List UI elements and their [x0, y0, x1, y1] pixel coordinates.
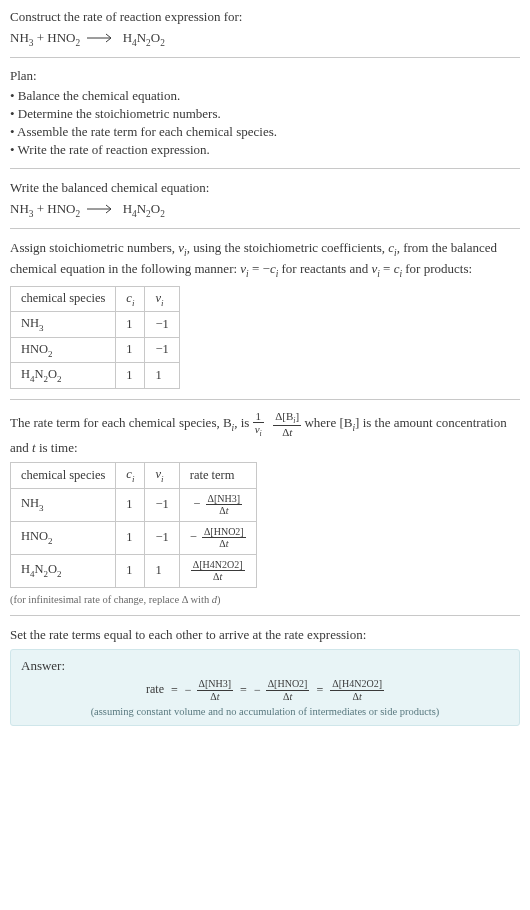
divider: [10, 57, 520, 58]
sub: 2: [75, 208, 80, 218]
cell-rate: − Δ[NH3] Δt: [179, 488, 256, 521]
cell-ci: 1: [116, 337, 145, 363]
cell-nui: −1: [145, 312, 179, 338]
text: where [B: [304, 415, 352, 430]
divider: [10, 399, 520, 400]
cell-species: HNO2: [11, 521, 116, 554]
sp: N: [35, 367, 44, 381]
col-species: chemical species: [11, 286, 116, 312]
cell-ci: 1: [116, 554, 145, 587]
text: , is: [234, 415, 252, 430]
num: Δ[NH3]: [206, 493, 243, 506]
text: =: [380, 261, 394, 276]
balanced-title: Write the balanced chemical equation:: [10, 179, 520, 197]
rate-frac: Δ[HNO2] Δt: [202, 526, 246, 550]
num: 1: [253, 410, 264, 424]
num: Δ[NH3]: [197, 678, 234, 691]
prompt-text: Construct the rate of reaction expressio…: [10, 8, 520, 26]
term-3: Δ[H4N2O2] Δt: [330, 678, 384, 702]
sub: i: [260, 430, 262, 439]
eq: =: [171, 683, 178, 698]
label: chemical species: [21, 291, 105, 305]
neg: −: [193, 497, 200, 512]
sub: i: [161, 474, 164, 484]
eq: =: [240, 683, 247, 698]
num: Δ[HNO2]: [266, 678, 310, 691]
rate-frac: Δ[NH3] Δt: [206, 493, 243, 517]
plan-item: Assemble the rate term for each chemical…: [10, 124, 520, 140]
cell-nui: −1: [145, 337, 179, 363]
plan-list: Balance the chemical equation. Determine…: [10, 88, 520, 158]
num: Δ[H4N2O2]: [191, 559, 245, 572]
sp: NH: [10, 201, 29, 216]
cell-species: NH3: [11, 312, 116, 338]
eq: =: [316, 683, 323, 698]
table-row: HNO2 1 −1: [11, 337, 180, 363]
den: νi: [253, 423, 264, 438]
answer-note: (assuming constant volume and no accumul…: [21, 706, 509, 717]
text: is time:: [36, 440, 78, 455]
balanced-section: Write the balanced chemical equation: NH…: [10, 179, 520, 218]
sp: H: [123, 201, 132, 216]
rate-term-table: chemical species ci νi rate term NH3 1 −…: [10, 462, 257, 588]
text: Assign stoichiometric numbers,: [10, 240, 178, 255]
den: Δt: [197, 691, 234, 703]
sub: 2: [48, 536, 53, 546]
text: = −: [249, 261, 270, 276]
cell-species: NH3: [11, 488, 116, 521]
answer-equation: rate = − Δ[NH3] Δt = − Δ[HNO2] Δt = Δ[H4…: [21, 678, 509, 702]
sub: 2: [57, 374, 62, 384]
close: ]: [296, 410, 300, 422]
term-2: Δ[HNO2] Δt: [266, 678, 310, 702]
product-1: H4N2O2: [123, 30, 165, 45]
sp: O: [151, 30, 160, 45]
plan-item: Balance the chemical equation.: [10, 88, 520, 104]
sp: NH: [21, 496, 39, 510]
table-header-row: chemical species ci νi rate term: [11, 463, 257, 489]
num: Δ[HNO2]: [202, 526, 246, 539]
rate-frac: Δ[H4N2O2] Δt: [191, 559, 245, 583]
stoich-intro: Assign stoichiometric numbers, νi, using…: [10, 239, 520, 279]
cell-ci: 1: [116, 488, 145, 521]
sp: HNO: [21, 342, 48, 356]
neg: −: [190, 530, 197, 545]
infinitesimal-note: (for infinitesimal rate of change, repla…: [10, 594, 520, 605]
text: for products:: [402, 261, 472, 276]
term-1: Δ[NH3] Δt: [197, 678, 234, 702]
sub: i: [132, 474, 135, 484]
neg: −: [254, 683, 261, 698]
cell-ci: 1: [116, 521, 145, 554]
cell-nui: −1: [145, 488, 179, 521]
divider: [10, 168, 520, 169]
d: Δ[B: [275, 410, 293, 422]
table-row: H4N2O2 1 1 Δ[H4N2O2] Δt: [11, 554, 257, 587]
sp: NH: [10, 30, 29, 45]
table-row: H4N2O2 1 1: [11, 363, 180, 389]
cell-nui: 1: [145, 554, 179, 587]
plan-title: Plan:: [10, 68, 520, 84]
sub: 3: [29, 208, 34, 218]
col-nui: νi: [145, 463, 179, 489]
table-row: NH3 1 −1 − Δ[NH3] Δt: [11, 488, 257, 521]
product-1: H4N2O2: [123, 201, 165, 216]
frac-dB-dt: Δ[Bi] Δt: [273, 410, 301, 439]
den: Δt: [206, 505, 243, 517]
reactant-2: HNO2: [47, 201, 80, 216]
col-species: chemical species: [11, 463, 116, 489]
sub: 3: [39, 503, 44, 513]
cell-nui: −1: [145, 521, 179, 554]
answer-label: Answer:: [21, 658, 509, 674]
den: Δt: [273, 426, 301, 439]
sub: 2: [160, 37, 165, 47]
cell-species: HNO2: [11, 337, 116, 363]
prompt-section: Construct the rate of reaction expressio…: [10, 8, 520, 47]
plan-item: Determine the stoichiometric numbers.: [10, 106, 520, 122]
sp: HNO: [47, 30, 75, 45]
stoich-table: chemical species ci νi NH3 1 −1 HNO2 1 −…: [10, 286, 180, 389]
table-header-row: chemical species ci νi: [11, 286, 180, 312]
sp: HNO: [21, 529, 48, 543]
sub: 2: [160, 208, 165, 218]
frac-1-over-nu: 1 νi: [253, 410, 264, 439]
plus: +: [37, 30, 48, 45]
reaction-equation: NH3 + HNO2 H4N2O2: [10, 30, 520, 48]
